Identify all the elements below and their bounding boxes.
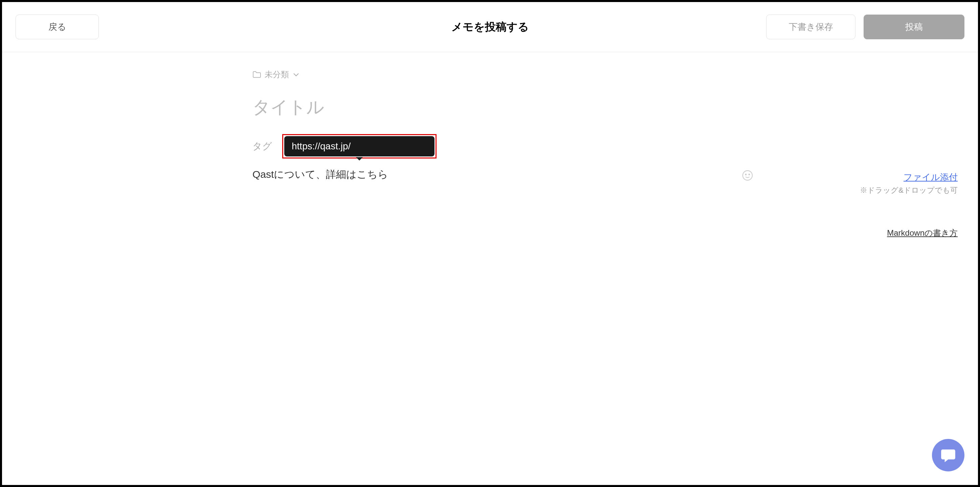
back-button[interactable]: 戻る	[16, 14, 99, 39]
editor-row: Qastについて、詳細はこちら	[253, 164, 753, 182]
url-input[interactable]	[292, 141, 427, 152]
svg-point-1	[746, 174, 746, 175]
post-button[interactable]: 投稿	[864, 14, 964, 39]
editor-content[interactable]: Qastについて、詳細はこちら	[253, 168, 388, 182]
folder-icon	[253, 71, 261, 78]
title-input[interactable]	[253, 97, 753, 117]
header-right: 下書き保存 投稿	[766, 14, 964, 39]
header: 戻る メモを投稿する 下書き保存 投稿	[2, 2, 978, 52]
drag-drop-hint: ※ドラッグ&ドロップでも可	[860, 185, 958, 195]
svg-point-2	[749, 174, 750, 175]
chat-widget-button[interactable]	[932, 439, 964, 471]
save-draft-button[interactable]: 下書き保存	[766, 14, 856, 39]
content-area: 未分類 タグ Qastについて、詳細はこちら	[253, 52, 753, 182]
url-popup	[284, 136, 434, 156]
file-attach-link[interactable]: ファイル添付	[904, 172, 958, 182]
markdown-help-link[interactable]: Markdownの書き方	[860, 228, 958, 238]
url-popup-highlight	[282, 134, 436, 158]
header-left: 戻る	[16, 14, 99, 39]
tag-row: タグ	[253, 134, 753, 158]
folder-selector[interactable]: 未分類	[253, 69, 753, 80]
svg-point-0	[743, 171, 752, 180]
page-title: メモを投稿する	[452, 20, 529, 35]
right-sidebar: ファイル添付 ※ドラッグ&ドロップでも可 Markdownの書き方	[860, 171, 958, 238]
chat-icon	[940, 447, 957, 464]
folder-label: 未分類	[265, 69, 289, 80]
tag-label: タグ	[253, 140, 272, 153]
emoji-icon[interactable]	[742, 170, 753, 181]
chevron-down-icon	[293, 73, 299, 77]
